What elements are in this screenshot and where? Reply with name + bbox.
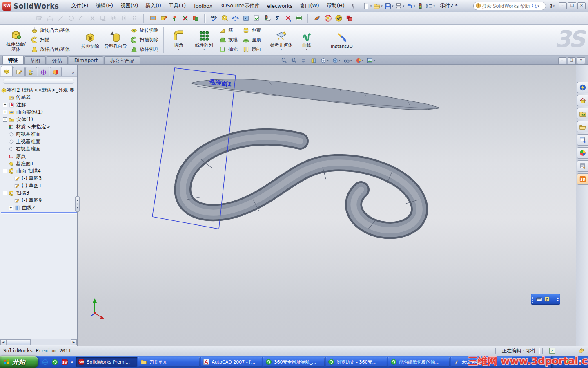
check-entity-button[interactable] <box>252 13 261 23</box>
doc-close-button[interactable]: × <box>577 57 585 64</box>
import-diagnostics-button[interactable] <box>284 13 293 23</box>
open-button[interactable]: ▾ <box>373 2 383 10</box>
tree-item[interactable]: +A注解 <box>1 101 77 108</box>
quicklaunch-ie-button[interactable] <box>41 358 49 366</box>
model-canvas[interactable]: 基准面1 <box>78 65 576 346</box>
menu-item-8[interactable]: 窗口(W) <box>296 1 323 11</box>
tree-item[interactable]: (-) 草图3 <box>1 175 77 182</box>
menu-item-5[interactable]: Toolbox <box>189 1 216 11</box>
apply-scene-button[interactable]: ▾ <box>367 57 375 64</box>
taskbar-button-0[interactable]: SWSolidWorks Premi... <box>76 357 137 367</box>
search-box[interactable]: ? ▾ <box>473 2 546 10</box>
tray-app-icon[interactable] <box>572 359 577 364</box>
tree-item[interactable]: 原点 <box>1 153 77 160</box>
doc-restore-button[interactable]: ❏ <box>568 57 576 64</box>
start-button[interactable]: 开始 <box>0 356 38 368</box>
expand-icon[interactable]: + <box>9 206 13 210</box>
revolve-boss-button[interactable]: 旋转凸台/基体 <box>29 26 72 35</box>
menu-item-7[interactable]: elecworks <box>263 1 296 11</box>
ime-help-icon[interactable]: ? <box>544 296 550 302</box>
measure-button[interactable] <box>220 13 229 23</box>
tree-item[interactable]: (-) 草图1 <box>1 182 77 189</box>
revolve-cut-button[interactable]: 旋转切除 <box>129 26 160 35</box>
pin-icon[interactable] <box>350 3 356 9</box>
appearances-tab[interactable] <box>577 147 588 159</box>
extrude-cut-button[interactable]: 拉伸切除 <box>78 30 102 50</box>
close-button[interactable]: × <box>577 2 586 9</box>
tree-item[interactable]: 前视基准面 <box>1 130 77 138</box>
fillet-button[interactable]: 圆角▾ <box>167 29 191 52</box>
tab-草图[interactable]: 草图 <box>24 56 46 64</box>
shell-button[interactable]: 抽壳 <box>217 45 240 54</box>
equations-button[interactable]: Σ <box>273 13 283 23</box>
tab-特征[interactable]: 特征 <box>2 56 24 64</box>
previous-view-button[interactable] <box>301 57 307 64</box>
undo-button[interactable]: ▾ <box>405 2 416 10</box>
curves-button[interactable]: 曲线▾ <box>294 29 319 52</box>
design-library-tab[interactable] <box>577 95 588 106</box>
new-file-button[interactable]: ▾ <box>362 2 372 10</box>
hole-wizard-button[interactable]: 异型孔向导 <box>103 30 128 50</box>
edit-color-button[interactable] <box>159 13 169 23</box>
taskbar-button-2[interactable]: AutoCAD 2007 - [... <box>201 357 262 367</box>
dimxpert-manager-tab[interactable] <box>38 67 49 76</box>
menu-item-1[interactable]: 编辑(E) <box>92 1 117 11</box>
sketch-button[interactable] <box>35 13 44 23</box>
property-manager-tab[interactable] <box>13 67 25 76</box>
convert-entities-button[interactable] <box>98 13 108 23</box>
expand-icon[interactable]: + <box>3 110 7 114</box>
section-properties-button[interactable] <box>241 13 251 23</box>
scrollbar-thumb[interactable] <box>7 339 31 345</box>
taskbar-button-3[interactable]: 360安全网址导航_... <box>263 357 325 367</box>
tree-item[interactable]: 材质 <未指定> <box>1 123 77 130</box>
minimize-button[interactable]: ─ <box>559 2 567 9</box>
scrollbar-track[interactable] <box>31 339 71 345</box>
dome-button[interactable]: 圆顶 <box>241 36 263 45</box>
taskbar-button-6[interactable]: 未命名-3 <box>451 357 512 367</box>
circle-button[interactable] <box>67 13 76 23</box>
print-button[interactable]: ▾ <box>394 2 405 10</box>
view-palette-tab[interactable] <box>577 134 588 146</box>
tab-DimXpert[interactable]: DimXpert <box>69 56 103 64</box>
search-icon[interactable] <box>531 3 537 9</box>
tray-360-icon[interactable] <box>565 359 570 365</box>
mass-properties-button[interactable] <box>231 13 240 23</box>
sweep-cut-button[interactable]: 扫描切除 <box>129 36 160 45</box>
doc-minimize-button[interactable]: ─ <box>558 57 566 64</box>
design-table-button[interactable] <box>294 13 304 23</box>
ime-language-bar[interactable]: ? ▪▾ <box>531 294 560 305</box>
keyboard-icon[interactable] <box>536 296 543 303</box>
simulation-button[interactable] <box>313 13 322 23</box>
display-manager-tab[interactable] <box>50 67 62 76</box>
tree-item[interactable]: -扫描3 <box>1 189 77 197</box>
quicklaunch-threesixty-button[interactable] <box>51 358 59 366</box>
trim-tool-button[interactable] <box>180 13 190 23</box>
tree-item[interactable]: (-) 草图9 <box>1 197 77 204</box>
menu-item-4[interactable]: 工具(T) <box>165 1 189 11</box>
graphics-viewport[interactable]: 基准面1 <box>78 65 576 346</box>
drag-handle[interactable] <box>532 296 535 303</box>
tree-item[interactable]: +实体(1) <box>1 116 77 123</box>
file-explorer-tab[interactable] <box>577 108 588 119</box>
ime-options[interactable]: ▪▾ <box>557 297 559 302</box>
loft-cut-button[interactable]: 放样切割 <box>129 45 160 54</box>
save-button[interactable]: ▾ <box>384 2 394 10</box>
extrude-boss-button[interactable]: 拉伸凸台/基体 <box>4 27 28 53</box>
linear-pattern-button[interactable]: 线性阵列▾ <box>192 29 216 52</box>
tree-item[interactable]: 基准面1 <box>1 160 77 167</box>
menu-item-3[interactable]: 插入(I) <box>142 1 165 11</box>
reference-geometry-button[interactable]: 参考几何体▾ <box>269 29 294 52</box>
line-button[interactable] <box>56 13 65 23</box>
instant3d-button[interactable]: Instant3D <box>325 30 359 50</box>
sweep-button[interactable]: 扫描 <box>29 36 72 45</box>
menu-item-6[interactable]: 3DSource零件库 <box>216 1 263 11</box>
view-orientation-button[interactable]: ▾ <box>320 57 329 64</box>
sweep-band[interactable] <box>183 137 419 231</box>
menu-item-0[interactable]: 文件(F) <box>67 1 92 11</box>
arc-button[interactable] <box>77 13 87 23</box>
tree-item[interactable]: +曲面实体(1) <box>1 108 77 116</box>
chevron-down-icon[interactable]: ▾ <box>538 4 539 8</box>
tab-评估[interactable]: 评估 <box>47 56 68 64</box>
flow-simulation-button[interactable] <box>323 13 333 23</box>
spell-check-button[interactable]: ABC <box>209 13 219 23</box>
